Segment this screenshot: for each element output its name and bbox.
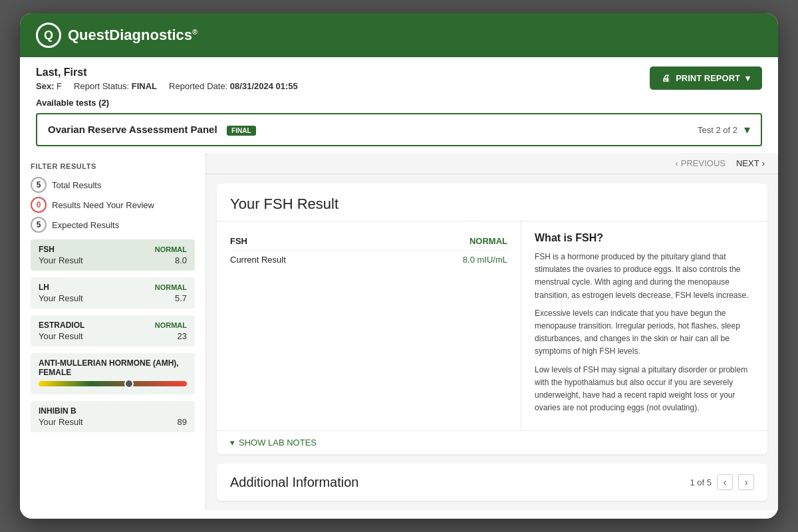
chevron-right-icon: › [762, 158, 765, 168]
print-report-button[interactable]: 🖨 PRINT REPORT ▾ [650, 66, 762, 90]
print-icon: 🖨 [662, 73, 670, 83]
nav-bar: ‹ PREVIOUS NEXT › [206, 153, 778, 174]
filter-expected-results[interactable]: 5 Expected Results [31, 217, 195, 233]
main-content: FILTER RESULTS 5 Total Results 0 Results… [20, 153, 778, 510]
sidebar: FILTER RESULTS 5 Total Results 0 Results… [20, 153, 206, 510]
panel-chevron-icon[interactable]: ▾ [744, 122, 750, 137]
fsh-info-p3: Low levels of FSH may signal a pituitary… [535, 364, 754, 415]
fsh-info-p2: Excessive levels can indicate that you h… [535, 307, 754, 358]
fsh-result-card: Your FSH Result FSH NORMAL Current Resul… [217, 184, 767, 454]
test-count: Test 2 of 2 [698, 125, 737, 135]
result-estradiol[interactable]: ESTRADIOL NORMAL Your Result 23 [31, 315, 195, 346]
additional-title: Additional Information [230, 475, 358, 490]
lh-name: LH [39, 283, 49, 292]
next-button[interactable]: NEXT › [736, 158, 765, 168]
filter-needs-review[interactable]: 0 Results Need Your Review [31, 197, 195, 213]
status-field: Report Status: FINAL [74, 81, 157, 91]
result-inhibin-b[interactable]: INHIBIN B Your Result 89 [31, 401, 195, 432]
patient-bar: Last, First Sex: F Report Status: FINAL … [20, 57, 778, 98]
filter-total-results[interactable]: 5 Total Results [31, 177, 195, 193]
result-fsh[interactable]: FSH NORMAL Your Result 8.0 [31, 239, 195, 271]
app-header: Q QuestDiagnostics® [20, 13, 778, 57]
lh-value-row: Your Result 5.7 [39, 293, 187, 303]
fsh-status: NORMAL [155, 245, 187, 253]
page-next-button[interactable]: › [738, 474, 754, 490]
fsh-info-title: What is FSH? [535, 232, 754, 244]
total-results-label: Total Results [52, 180, 101, 190]
filter-title: FILTER RESULTS [31, 162, 195, 170]
show-lab-notes-button[interactable]: ▾ SHOW LAB NOTES [217, 430, 767, 454]
estradiol-value-row: Your Result 23 [39, 331, 187, 341]
gauge-marker [124, 379, 134, 388]
estradiol-name: ESTRADIOL [39, 321, 84, 330]
gauge-bar [39, 381, 187, 386]
chevron-down-small-icon: ▾ [230, 438, 235, 448]
panel-status-badge: FINAL [227, 126, 255, 136]
previous-button[interactable]: ‹ PREVIOUS [675, 158, 726, 168]
logo-text: QuestDiagnostics® [68, 27, 198, 44]
device-frame: Q QuestDiagnostics® Last, First Sex: F R… [20, 13, 778, 519]
panel-selector[interactable]: Ovarian Reserve Assessment Panel FINAL T… [36, 113, 762, 146]
estradiol-status: NORMAL [155, 321, 187, 329]
fsh-name: FSH [39, 245, 55, 254]
main-panel: ‹ PREVIOUS NEXT › Your FSH Result FSH NO… [206, 153, 778, 510]
page-prev-button[interactable]: ‹ [717, 474, 733, 490]
fsh-left-panel: FSH NORMAL Current Result 8.0 mIU/mL [217, 221, 521, 430]
chevron-left-icon: ‹ [675, 158, 678, 168]
result-lh[interactable]: LH NORMAL Your Result 5.7 [31, 277, 195, 309]
patient-meta: Sex: F Report Status: FINAL Reported Dat… [36, 81, 298, 91]
sex-field: Sex: F [36, 81, 62, 91]
total-results-badge: 5 [31, 177, 47, 193]
needs-review-label: Results Need Your Review [52, 200, 154, 210]
fsh-info-panel: What is FSH? FSH is a hormone produced b… [521, 221, 767, 430]
lh-status: NORMAL [155, 283, 187, 291]
additional-info-card: Additional Information 1 of 5 ‹ › [217, 464, 767, 501]
panel-right: Test 2 of 2 ▾ [698, 122, 750, 137]
result-amh[interactable]: ANTI-MULLERIAN HORMONE (AMH), FEMALE [31, 353, 195, 394]
panel-title: Ovarian Reserve Assessment Panel [48, 124, 217, 135]
expected-results-badge: 5 [31, 217, 47, 233]
amh-gauge [39, 381, 187, 389]
amh-name: ANTI-MULLERIAN HORMONE (AMH), FEMALE [39, 358, 187, 377]
inhibin-b-name: INHIBIN B [39, 406, 76, 416]
chevron-down-icon: ▾ [745, 73, 750, 83]
fsh-card-title: Your FSH Result [217, 184, 767, 221]
patient-info: Last, First Sex: F Report Status: FINAL … [36, 66, 298, 91]
pagination: 1 of 5 ‹ › [690, 474, 754, 490]
logo-icon: Q [36, 23, 61, 48]
fsh-current-result-row: Current Result 8.0 mIU/mL [230, 251, 507, 269]
panel-title-area: Ovarian Reserve Assessment Panel FINAL [48, 124, 256, 136]
needs-review-badge: 0 [31, 197, 47, 213]
fsh-info-p1: FSH is a hormone produced by the pituita… [535, 251, 754, 302]
fsh-value-row: Your Result 8.0 [39, 255, 187, 265]
date-field: Reported Date: 08/31/2024 01:55 [169, 81, 298, 91]
expected-results-label: Expected Results [52, 220, 119, 230]
available-tests-label: Available tests (2) [20, 98, 778, 113]
fsh-card-body: FSH NORMAL Current Result 8.0 mIU/mL Wha… [217, 221, 767, 430]
inhibin-b-value-row: Your Result 89 [39, 417, 187, 427]
logo-area: Q QuestDiagnostics® [36, 23, 198, 48]
patient-name: Last, First [36, 66, 298, 78]
fsh-name-row: FSH NORMAL [230, 232, 507, 251]
